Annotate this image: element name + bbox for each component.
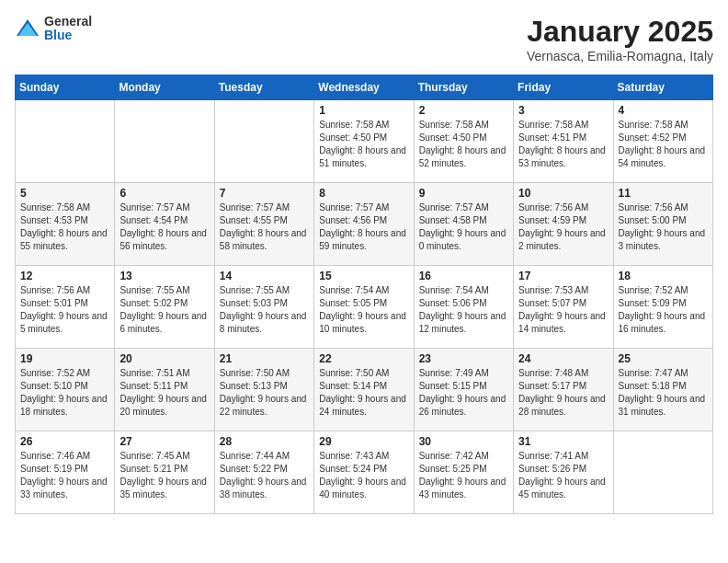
day-info: Sunrise: 7:58 AM Sunset: 4:50 PM Dayligh… — [319, 119, 408, 170]
calendar-subtitle: Vernasca, Emilia-Romagna, Italy — [527, 49, 713, 63]
day-info: Sunrise: 7:52 AM Sunset: 5:09 PM Dayligh… — [619, 284, 708, 336]
day-info: Sunrise: 7:51 AM Sunset: 5:11 PM Dayligh… — [119, 367, 209, 419]
calendar-cell: 2Sunrise: 7:58 AM Sunset: 4:50 PM Daylig… — [414, 100, 513, 183]
weekday-row: SundayMondayTuesdayWednesdayThursdayFrid… — [16, 75, 713, 100]
day-number: 22 — [319, 352, 408, 365]
day-number: 24 — [518, 352, 608, 365]
day-info: Sunrise: 7:58 AM Sunset: 4:50 PM Dayligh… — [419, 119, 508, 170]
day-number: 13 — [119, 270, 209, 282]
day-info: Sunrise: 7:54 AM Sunset: 5:05 PM Dayligh… — [319, 284, 408, 336]
calendar-cell: 9Sunrise: 7:57 AM Sunset: 4:58 PM Daylig… — [414, 183, 513, 266]
logo-text: General Blue — [44, 15, 92, 43]
day-info: Sunrise: 7:42 AM Sunset: 5:25 PM Dayligh… — [419, 450, 508, 501]
calendar-title: January 2025 — [527, 15, 713, 49]
calendar-cell: 25Sunrise: 7:47 AM Sunset: 5:18 PM Dayli… — [613, 349, 712, 431]
day-info: Sunrise: 7:52 AM Sunset: 5:10 PM Dayligh… — [20, 367, 109, 419]
logo-icon — [15, 16, 40, 41]
day-number: 7 — [220, 187, 309, 200]
calendar-cell: 19Sunrise: 7:52 AM Sunset: 5:10 PM Dayli… — [16, 349, 115, 431]
day-number: 19 — [20, 352, 109, 365]
calendar-cell: 17Sunrise: 7:53 AM Sunset: 5:07 PM Dayli… — [514, 266, 613, 349]
calendar-cell — [115, 100, 214, 183]
day-number: 5 — [20, 187, 109, 200]
day-number: 10 — [518, 187, 608, 200]
day-info: Sunrise: 7:58 AM Sunset: 4:51 PM Dayligh… — [518, 119, 608, 170]
day-number: 27 — [119, 435, 209, 448]
day-number: 16 — [419, 270, 508, 282]
day-info: Sunrise: 7:56 AM Sunset: 5:01 PM Dayligh… — [20, 284, 109, 336]
day-number: 11 — [619, 187, 708, 200]
day-info: Sunrise: 7:48 AM Sunset: 5:17 PM Dayligh… — [518, 367, 608, 419]
calendar-cell: 3Sunrise: 7:58 AM Sunset: 4:51 PM Daylig… — [514, 100, 613, 183]
calendar-cell: 21Sunrise: 7:50 AM Sunset: 5:13 PM Dayli… — [214, 349, 313, 431]
weekday-header: Sunday — [16, 75, 115, 100]
day-number: 6 — [119, 187, 209, 200]
day-number: 8 — [319, 187, 408, 200]
logo: General Blue — [15, 15, 92, 43]
calendar-body: 1Sunrise: 7:58 AM Sunset: 4:50 PM Daylig… — [16, 100, 713, 514]
day-info: Sunrise: 7:49 AM Sunset: 5:15 PM Dayligh… — [419, 367, 508, 419]
day-info: Sunrise: 7:55 AM Sunset: 5:02 PM Dayligh… — [119, 284, 209, 336]
day-info: Sunrise: 7:57 AM Sunset: 4:56 PM Dayligh… — [319, 201, 408, 253]
day-number: 14 — [220, 270, 309, 282]
calendar-cell: 6Sunrise: 7:57 AM Sunset: 4:54 PM Daylig… — [115, 183, 214, 266]
weekday-header: Tuesday — [214, 75, 313, 100]
calendar-cell — [613, 431, 712, 514]
day-info: Sunrise: 7:58 AM Sunset: 4:53 PM Dayligh… — [20, 201, 109, 253]
day-info: Sunrise: 7:57 AM Sunset: 4:54 PM Dayligh… — [119, 201, 209, 253]
calendar-cell: 31Sunrise: 7:41 AM Sunset: 5:26 PM Dayli… — [514, 431, 613, 514]
day-info: Sunrise: 7:56 AM Sunset: 5:00 PM Dayligh… — [619, 201, 708, 253]
calendar-cell: 30Sunrise: 7:42 AM Sunset: 5:25 PM Dayli… — [414, 431, 513, 514]
calendar-cell — [214, 100, 313, 183]
day-number: 21 — [220, 352, 309, 365]
day-info: Sunrise: 7:50 AM Sunset: 5:14 PM Dayligh… — [319, 367, 408, 419]
day-number: 31 — [518, 435, 608, 448]
calendar-week-row: 12Sunrise: 7:56 AM Sunset: 5:01 PM Dayli… — [16, 266, 713, 349]
day-number: 30 — [419, 435, 508, 448]
calendar-cell: 18Sunrise: 7:52 AM Sunset: 5:09 PM Dayli… — [613, 266, 712, 349]
calendar-cell: 24Sunrise: 7:48 AM Sunset: 5:17 PM Dayli… — [514, 349, 613, 431]
weekday-header: Friday — [514, 75, 613, 100]
calendar-cell: 14Sunrise: 7:55 AM Sunset: 5:03 PM Dayli… — [214, 266, 313, 349]
calendar-cell: 13Sunrise: 7:55 AM Sunset: 5:02 PM Dayli… — [115, 266, 214, 349]
title-block: January 2025 Vernasca, Emilia-Romagna, I… — [527, 15, 713, 63]
calendar-cell: 12Sunrise: 7:56 AM Sunset: 5:01 PM Dayli… — [16, 266, 115, 349]
calendar-cell: 29Sunrise: 7:43 AM Sunset: 5:24 PM Dayli… — [314, 431, 414, 514]
calendar-cell: 28Sunrise: 7:44 AM Sunset: 5:22 PM Dayli… — [214, 431, 313, 514]
calendar-cell: 26Sunrise: 7:46 AM Sunset: 5:19 PM Dayli… — [16, 431, 115, 514]
calendar-cell: 1Sunrise: 7:58 AM Sunset: 4:50 PM Daylig… — [314, 100, 414, 183]
calendar-cell: 5Sunrise: 7:58 AM Sunset: 4:53 PM Daylig… — [16, 183, 115, 266]
calendar-cell: 16Sunrise: 7:54 AM Sunset: 5:06 PM Dayli… — [414, 266, 513, 349]
weekday-header: Wednesday — [314, 75, 414, 100]
calendar-cell: 15Sunrise: 7:54 AM Sunset: 5:05 PM Dayli… — [314, 266, 414, 349]
day-number: 2 — [419, 104, 508, 117]
day-number: 25 — [619, 352, 708, 365]
weekday-header: Monday — [115, 75, 214, 100]
calendar-cell: 7Sunrise: 7:57 AM Sunset: 4:55 PM Daylig… — [214, 183, 313, 266]
day-info: Sunrise: 7:56 AM Sunset: 4:59 PM Dayligh… — [518, 201, 608, 253]
day-info: Sunrise: 7:46 AM Sunset: 5:19 PM Dayligh… — [20, 450, 109, 501]
day-number: 9 — [419, 187, 508, 200]
calendar-cell: 4Sunrise: 7:58 AM Sunset: 4:52 PM Daylig… — [613, 100, 712, 183]
day-info: Sunrise: 7:55 AM Sunset: 5:03 PM Dayligh… — [220, 284, 309, 336]
day-info: Sunrise: 7:50 AM Sunset: 5:13 PM Dayligh… — [220, 367, 309, 419]
day-number: 12 — [20, 270, 109, 282]
calendar-table: SundayMondayTuesdayWednesdayThursdayFrid… — [15, 75, 713, 514]
calendar-cell: 22Sunrise: 7:50 AM Sunset: 5:14 PM Dayli… — [314, 349, 414, 431]
day-number: 28 — [220, 435, 309, 448]
logo-general-label: General — [44, 15, 92, 29]
day-info: Sunrise: 7:57 AM Sunset: 4:58 PM Dayligh… — [419, 201, 508, 253]
day-info: Sunrise: 7:54 AM Sunset: 5:06 PM Dayligh… — [419, 284, 508, 336]
day-number: 4 — [619, 104, 708, 117]
day-info: Sunrise: 7:58 AM Sunset: 4:52 PM Dayligh… — [619, 119, 708, 170]
day-number: 15 — [319, 270, 408, 282]
day-number: 23 — [419, 352, 508, 365]
day-number: 1 — [319, 104, 408, 117]
day-number: 20 — [119, 352, 209, 365]
calendar-cell: 27Sunrise: 7:45 AM Sunset: 5:21 PM Dayli… — [115, 431, 214, 514]
day-info: Sunrise: 7:43 AM Sunset: 5:24 PM Dayligh… — [319, 450, 408, 501]
day-number: 3 — [518, 104, 608, 117]
day-number: 17 — [518, 270, 608, 282]
day-number: 26 — [20, 435, 109, 448]
calendar-cell: 11Sunrise: 7:56 AM Sunset: 5:00 PM Dayli… — [613, 183, 712, 266]
